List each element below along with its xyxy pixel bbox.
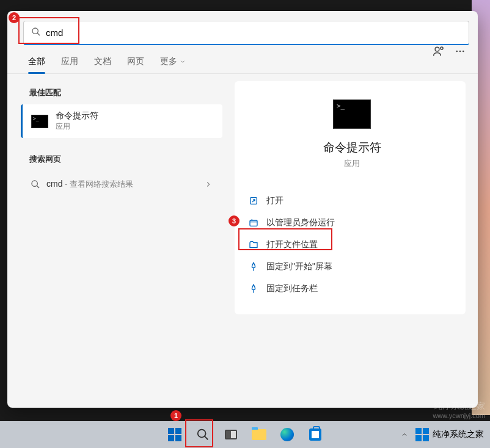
start-button[interactable]: [163, 422, 187, 447]
search-bar[interactable]: [23, 21, 469, 45]
action-run-as-admin[interactable]: 以管理员身份运行: [244, 212, 459, 234]
web-query: cmd: [46, 179, 62, 189]
result-sub: 应用: [56, 121, 98, 132]
search-input[interactable]: [46, 27, 461, 38]
web-sub: - 查看网络搜索结果: [62, 179, 133, 189]
tab-all[interactable]: 全部: [28, 56, 45, 73]
svg-point-4: [456, 51, 458, 52]
action-open[interactable]: 打开: [244, 190, 459, 212]
search-icon: [31, 27, 41, 39]
search-icon: [31, 179, 40, 189]
taskbar: 纯净系统之家: [0, 421, 490, 448]
tab-apps[interactable]: 应用: [61, 56, 78, 73]
preview-sub: 应用: [244, 158, 459, 169]
search-panel: 全部 应用 文档 网页 更多 最佳匹配 命令提示符 应用: [7, 11, 478, 408]
edge-browser-button[interactable]: [275, 422, 299, 447]
svg-line-1: [37, 33, 40, 35]
chevron-up-icon[interactable]: [401, 431, 408, 438]
tabs-row: 全部 应用 文档 网页 更多: [7, 45, 478, 74]
svg-point-7: [32, 181, 37, 186]
action-pin-taskbar-label: 固定到任务栏: [266, 283, 318, 294]
microsoft-store-button[interactable]: [303, 422, 327, 447]
file-explorer-button[interactable]: [247, 422, 271, 447]
tab-more[interactable]: 更多: [160, 56, 186, 73]
tab-more-label: 更多: [160, 56, 177, 67]
pin-icon: [248, 284, 259, 294]
svg-point-0: [32, 28, 38, 34]
folder-icon: [248, 240, 259, 250]
action-pin-to-start[interactable]: 固定到"开始"屏幕: [244, 256, 459, 278]
open-icon: [248, 196, 259, 206]
preview-title: 命令提示符: [244, 140, 459, 156]
preview-cmd-icon: [333, 99, 371, 129]
admin-icon: [248, 218, 259, 228]
action-pin-to-taskbar[interactable]: 固定到任务栏: [244, 278, 459, 300]
action-location-label: 打开文件位置: [266, 239, 318, 250]
taskbar-search-button[interactable]: [191, 422, 215, 447]
best-match-header: 最佳匹配: [21, 81, 222, 104]
result-name: 命令提示符: [56, 110, 98, 121]
chevron-down-icon: [180, 59, 186, 65]
action-open-label: 打开: [266, 195, 283, 206]
preview-card: 命令提示符 应用 打开 以管理员身份运行 打开文件位置: [235, 81, 466, 314]
svg-point-2: [435, 47, 439, 51]
web-search-item[interactable]: cmd - 查看网络搜索结果: [21, 171, 222, 197]
best-match-result[interactable]: 命令提示符 应用: [21, 104, 222, 138]
action-admin-label: 以管理员身份运行: [266, 217, 335, 228]
action-pin-start-label: 固定到"开始"屏幕: [266, 261, 332, 272]
results-left-pane: 最佳匹配 命令提示符 应用 搜索网页 cmd - 查看网络搜索结果: [7, 74, 227, 408]
pin-icon: [248, 262, 259, 272]
svg-point-3: [441, 47, 443, 49]
cmd-icon: [31, 115, 48, 128]
svg-point-6: [463, 51, 464, 52]
svg-rect-10: [250, 220, 257, 226]
tab-documents[interactable]: 文档: [94, 56, 111, 73]
tray-brand: 纯净系统之家: [415, 428, 484, 441]
chevron-right-icon: [204, 180, 213, 189]
action-open-file-location[interactable]: 打开文件位置: [244, 234, 459, 256]
profile-button[interactable]: [433, 45, 445, 59]
tab-web[interactable]: 网页: [127, 56, 144, 73]
web-search-header: 搜索网页: [21, 148, 222, 171]
svg-line-8: [37, 186, 39, 188]
svg-line-12: [205, 436, 208, 440]
svg-point-11: [198, 430, 206, 438]
more-options-button[interactable]: [455, 46, 466, 59]
preview-pane: 命令提示符 应用 打开 以管理员身份运行 打开文件位置: [227, 74, 478, 408]
task-view-button[interactable]: [219, 422, 243, 447]
annotation-badge-1: 1: [170, 410, 181, 421]
svg-point-5: [459, 51, 461, 52]
system-tray: 纯净系统之家: [401, 428, 484, 441]
